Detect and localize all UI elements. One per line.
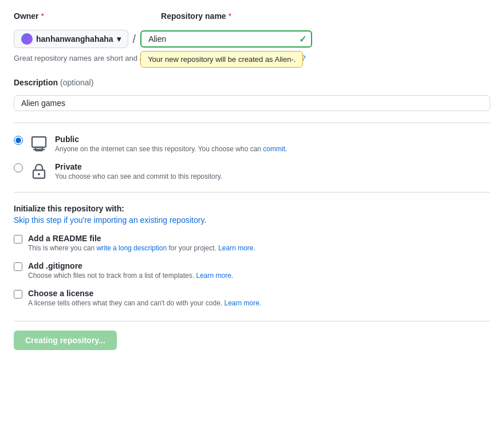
repo-name-wrapper: ✓ Your new repository will be created as… <box>140 30 312 48</box>
owner-required: * <box>41 11 44 21</box>
repo-name-input[interactable] <box>140 30 312 48</box>
readme-learn-more[interactable]: Learn more. <box>218 244 255 252</box>
create-repo-button[interactable]: Creating repository... <box>14 331 117 350</box>
license-option: Choose a license A license tells others … <box>14 289 490 307</box>
readme-text: Add a README file This is where you can … <box>28 234 255 252</box>
slash-separator: / <box>133 33 136 46</box>
owner-username: hanhanwanghahaha <box>36 34 113 44</box>
owner-label: Owner <box>14 11 39 21</box>
dropdown-icon: ▾ <box>117 34 121 44</box>
owner-avatar <box>21 33 33 45</box>
license-checkbox[interactable] <box>14 290 22 298</box>
license-label: Choose a license <box>28 289 261 298</box>
public-desc: Anyone on the internet can see this repo… <box>55 145 287 153</box>
visibility-private-radio[interactable] <box>14 163 23 172</box>
gitignore-checkbox[interactable] <box>14 262 22 271</box>
divider-2 <box>14 192 490 193</box>
license-desc: A license tells others what they can and… <box>28 299 261 307</box>
owner-selector[interactable]: hanhanwanghahaha ▾ <box>14 30 128 48</box>
checkbox-group: Add a README file This is where you can … <box>14 234 490 307</box>
public-icon <box>30 135 48 153</box>
gitignore-option: Add .gitignore Choose which files not to… <box>14 261 490 280</box>
description-input[interactable] <box>14 95 490 111</box>
readme-desc: This is where you can write a long descr… <box>28 244 255 252</box>
init-title: Initialize this repository with: <box>14 204 490 213</box>
skip-link[interactable]: Skip this step if you're importing an ex… <box>14 215 206 225</box>
repo-name-label: Repository name <box>161 11 226 21</box>
readme-label: Add a README file <box>28 234 255 243</box>
svg-point-4 <box>38 173 40 175</box>
private-title: Private <box>55 162 222 171</box>
description-label: Description <box>14 78 58 87</box>
repo-name-tooltip: Your new repository will be created as A… <box>140 51 303 68</box>
visibility-public-text: Public Anyone on the internet can see th… <box>55 135 287 153</box>
initialize-section: Initialize this repository with: Skip th… <box>14 204 490 307</box>
gitignore-learn-more[interactable]: Learn more. <box>196 272 233 280</box>
license-learn-more[interactable]: Learn more. <box>225 299 262 307</box>
visibility-private-text: Private You choose who can see and commi… <box>55 162 222 180</box>
submit-section: Creating repository... <box>14 321 490 350</box>
visibility-private-option: Private You choose who can see and commi… <box>14 162 490 180</box>
private-icon <box>30 162 48 180</box>
license-text: Choose a license A license tells others … <box>28 289 261 307</box>
divider-1 <box>14 123 490 123</box>
visibility-public-option: Public Anyone on the internet can see th… <box>14 135 490 153</box>
visibility-section: Public Anyone on the internet can see th… <box>14 135 490 180</box>
readme-option: Add a README file This is where you can … <box>14 234 490 252</box>
public-title: Public <box>55 135 287 144</box>
visibility-public-radio[interactable] <box>14 136 23 145</box>
svg-rect-0 <box>32 137 46 147</box>
check-icon: ✓ <box>299 34 306 45</box>
private-desc: You choose who can see and commit to thi… <box>55 172 222 180</box>
gitignore-label: Add .gitignore <box>28 261 233 270</box>
readme-write-link[interactable]: write a long description <box>96 244 167 252</box>
gitignore-desc: Choose which files not to track from a l… <box>28 272 233 280</box>
repo-name-required: * <box>229 11 231 21</box>
description-optional: (optional) <box>60 78 93 87</box>
gitignore-text: Add .gitignore Choose which files not to… <box>28 261 233 280</box>
readme-checkbox[interactable] <box>14 235 22 243</box>
public-commit-link[interactable]: commit. <box>263 145 287 153</box>
